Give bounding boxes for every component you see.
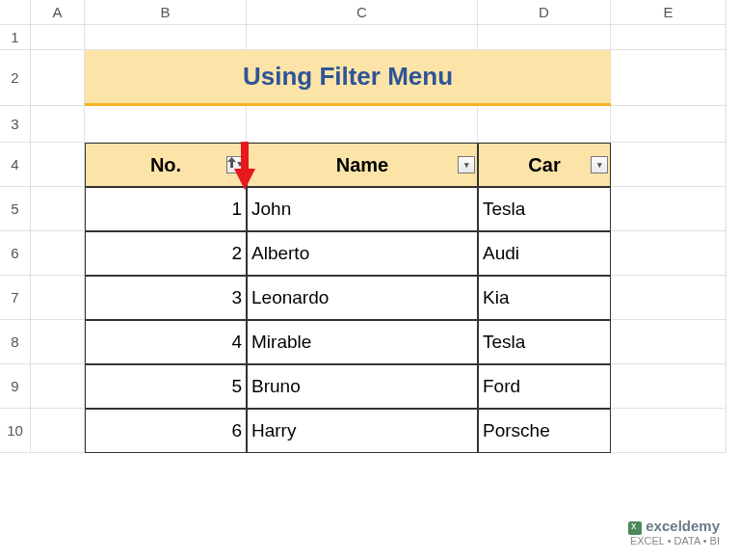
cell-A2[interactable]: [31, 50, 85, 106]
table-cell-car[interactable]: Kia: [478, 276, 611, 320]
cell-A8[interactable]: [31, 320, 85, 364]
cell-A9[interactable]: [31, 364, 85, 409]
table-cell-car[interactable]: Tesla: [478, 187, 611, 231]
cell-E10[interactable]: [611, 409, 726, 453]
table-cell-car[interactable]: Audi: [478, 231, 611, 276]
table-cell-name[interactable]: Harry: [247, 409, 478, 453]
watermark: exceldemy EXCEL • DATA • BI: [628, 519, 720, 547]
col-header-C[interactable]: C: [247, 0, 478, 25]
cell-E5[interactable]: [611, 187, 726, 231]
svg-marker-1: [237, 162, 243, 167]
table-cell-no[interactable]: 1: [85, 187, 247, 231]
cell-B1[interactable]: [85, 25, 247, 50]
row-header-5[interactable]: 5: [0, 187, 31, 231]
col-header-D[interactable]: D: [478, 0, 611, 25]
cell-B3[interactable]: [85, 106, 247, 143]
page-title[interactable]: Using Filter Menu: [85, 50, 611, 106]
cell-C1[interactable]: [247, 25, 478, 50]
table-cell-no[interactable]: 2: [85, 231, 247, 276]
table-cell-name[interactable]: Leonardo: [247, 276, 478, 320]
table-cell-name[interactable]: John: [247, 187, 478, 231]
row-header-4[interactable]: 4: [0, 143, 31, 187]
table-cell-car[interactable]: Porsche: [478, 409, 611, 453]
cell-A5[interactable]: [31, 187, 85, 231]
filter-sort-asc-icon[interactable]: [226, 156, 244, 173]
cell-A10[interactable]: [31, 409, 85, 453]
cell-E2[interactable]: [611, 50, 726, 106]
cell-E1[interactable]: [611, 25, 726, 50]
cell-E4[interactable]: [611, 143, 726, 187]
row-header-7[interactable]: 7: [0, 276, 31, 320]
cell-D3[interactable]: [478, 106, 611, 143]
row-header-2[interactable]: 2: [0, 50, 31, 106]
header-no-label: No.: [150, 154, 181, 176]
header-name[interactable]: Name ▾: [247, 143, 478, 187]
row-header-9[interactable]: 9: [0, 364, 31, 409]
row-header-1[interactable]: 1: [0, 25, 31, 50]
cell-E6[interactable]: [611, 231, 726, 276]
header-no[interactable]: No.: [85, 143, 247, 187]
table-cell-name[interactable]: Mirable: [247, 320, 478, 364]
table-cell-no[interactable]: 4: [85, 320, 247, 364]
table-cell-no[interactable]: 5: [85, 364, 247, 409]
col-header-A[interactable]: A: [31, 0, 85, 25]
cell-A1[interactable]: [31, 25, 85, 50]
cell-E8[interactable]: [611, 320, 726, 364]
filter-dropdown-icon[interactable]: ▾: [591, 156, 608, 173]
cell-D1[interactable]: [478, 25, 611, 50]
row-header-10[interactable]: 10: [0, 409, 31, 453]
col-header-E[interactable]: E: [611, 0, 726, 25]
excel-logo-icon: [628, 521, 642, 535]
spreadsheet-grid: A B C D E 1 2 Using Filter Menu 3 4 No. …: [0, 0, 739, 453]
cell-A7[interactable]: [31, 276, 85, 320]
header-name-label: Name: [336, 154, 388, 176]
row-header-8[interactable]: 8: [0, 320, 31, 364]
header-car[interactable]: Car ▾: [478, 143, 611, 187]
table-cell-name[interactable]: Alberto: [247, 231, 478, 276]
header-car-label: Car: [528, 154, 560, 176]
cell-A6[interactable]: [31, 231, 85, 276]
table-cell-no[interactable]: 3: [85, 276, 247, 320]
table-cell-no[interactable]: 6: [85, 409, 247, 453]
filter-dropdown-icon[interactable]: ▾: [458, 156, 475, 173]
row-header-6[interactable]: 6: [0, 231, 31, 276]
watermark-tagline: EXCEL • DATA • BI: [628, 535, 720, 547]
cell-E7[interactable]: [611, 276, 726, 320]
svg-marker-0: [227, 157, 236, 168]
cell-C3[interactable]: [247, 106, 478, 143]
cell-E9[interactable]: [611, 364, 726, 409]
table-cell-name[interactable]: Bruno: [247, 364, 478, 409]
cell-E3[interactable]: [611, 106, 726, 143]
table-cell-car[interactable]: Ford: [478, 364, 611, 409]
cell-A3[interactable]: [31, 106, 85, 143]
watermark-brand: exceldemy: [646, 518, 720, 534]
grid-corner: [0, 0, 31, 25]
table-cell-car[interactable]: Tesla: [478, 320, 611, 364]
col-header-B[interactable]: B: [85, 0, 247, 25]
row-header-3[interactable]: 3: [0, 106, 31, 143]
cell-A4[interactable]: [31, 143, 85, 187]
